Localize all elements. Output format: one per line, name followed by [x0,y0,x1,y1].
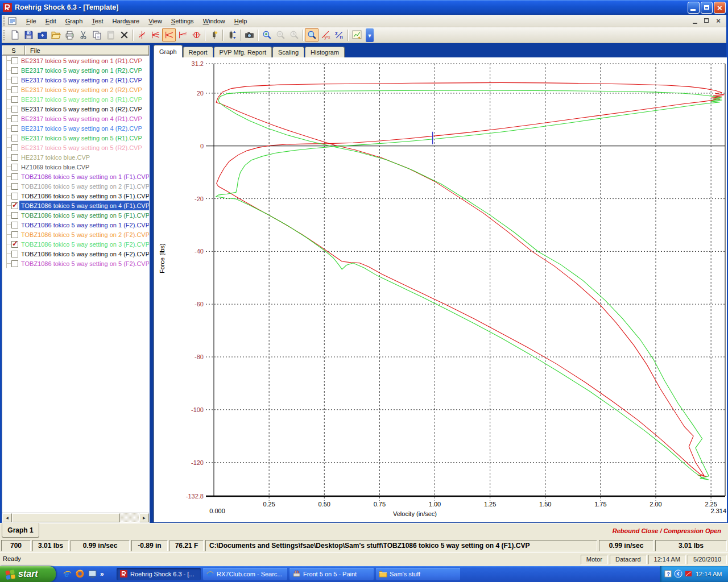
file-checkbox[interactable]: ✓ [11,202,18,209]
menu-edit[interactable]: Edit [41,16,61,26]
file-checkbox[interactable] [11,77,18,84]
file-list-item[interactable]: BE2317 tokico 5 way setting on 5 (R2).CV… [2,143,149,152]
file-checkbox[interactable] [11,173,18,180]
file-list-item[interactable]: BE2317 tokico 5 way setting on 4 (R1).CV… [2,114,149,123]
minimize-button[interactable] [688,2,700,14]
help-tray-icon[interactable]: ? [664,569,672,579]
camera-button[interactable] [242,28,256,41]
toolbar-grip-2[interactable] [3,30,6,40]
file-list-item[interactable]: TOBZ1086 tokico 5 way setting on 5 (F1).… [2,210,149,220]
new-document-button[interactable] [8,28,22,41]
file-checkbox[interactable] [11,135,18,142]
file-checkbox[interactable] [11,260,18,267]
scroll-left-button[interactable]: ◄ [2,513,12,522]
save-template-button[interactable] [35,28,49,41]
menu-settings[interactable]: Settings [167,16,198,26]
file-checkbox[interactable] [11,251,18,257]
menu-test[interactable]: Test [87,16,107,26]
file-list-item[interactable]: BE2317 tokico 5 way setting on 1 (R2).CV… [2,65,149,75]
y-equals-x-button[interactable]: y=x [318,28,332,41]
delete-button[interactable] [117,28,131,41]
file-list-item[interactable]: BE2317 tokico 5 way setting on 3 (R2).CV… [2,104,149,114]
file-checkbox[interactable] [11,96,18,103]
quick-launch-overflow[interactable]: » [100,570,104,578]
file-list-item[interactable]: TOBZ1086 tokico 5 way setting on 1 (F1).… [2,172,149,181]
file-list-item[interactable]: BE2317 tokico 5 way setting on 1 (R1).CV… [2,56,149,65]
file-checkbox[interactable] [11,106,18,113]
print-button[interactable] [63,28,76,41]
save-button[interactable] [22,28,35,41]
horizontal-scrollbar[interactable]: ◄ ► [2,513,149,522]
column-header-file[interactable]: File [25,45,149,55]
tab-scaling[interactable]: Scaling [272,47,304,57]
roehrig-tray-icon[interactable] [684,569,693,579]
file-checkbox[interactable] [11,193,18,199]
restore-button[interactable] [701,2,713,14]
file-list-item[interactable]: TOBZ1086 tokico 5 way setting on 4 (F2).… [2,249,149,259]
file-list-item[interactable]: BE2317 tokico 5 way setting on 4 (R2).CV… [2,123,149,133]
file-list-item[interactable]: BE2317 tokico 5 way setting on 5 (R1).CV… [2,133,149,143]
graph-export-button[interactable] [350,28,363,41]
sigma-n-button[interactable]: Σn [332,28,346,41]
toolbar-grip[interactable] [3,16,6,26]
menu-help[interactable]: Help [230,16,252,26]
file-checkbox[interactable] [11,57,18,64]
file-checkbox[interactable] [11,231,18,238]
file-list-item[interactable]: HE2317 tokico blue.CVP [2,152,149,162]
file-checkbox[interactable] [11,212,18,219]
chevron-left-tray-icon[interactable] [674,569,682,579]
column-header-s[interactable]: S [2,45,25,55]
curve-fan-button[interactable] [162,28,176,41]
file-checkbox[interactable]: ✓ [11,241,18,248]
taskbar-button-roehrig-shock-6-3-[interactable]: Roehrig Shock 6.3 - [... [117,568,201,580]
mdi-minimize-button[interactable] [691,17,700,25]
tab-pvp-mfg-report[interactable]: PVP Mfg. Report [214,47,272,57]
zoom-in-button[interactable] [260,28,274,41]
magnifier-button[interactable] [305,28,318,41]
taskbar-button-sam-s-stuff[interactable]: Sam's stuff [376,568,460,580]
title-bar[interactable]: Roehrig Shock 6.3 - [Template] × [0,0,728,15]
scrollbar-thumb[interactable] [12,513,120,522]
file-checkbox[interactable] [11,86,18,93]
taskbar-button-rx7club-com-searc-[interactable]: eRX7Club.com - Searc... [203,568,287,580]
scroll-right-button[interactable]: ► [139,513,149,522]
graph1-tab[interactable]: Graph 1 [2,523,39,538]
shock-adjust-button[interactable] [225,28,238,41]
menu-view[interactable]: View [144,16,167,26]
menu-window[interactable]: Window [198,16,230,26]
tab-report[interactable]: Report [183,47,213,57]
file-checkbox[interactable] [11,125,18,132]
file-list-item[interactable]: TOBZ1086 tokico 5 way setting on 2 (F2).… [2,230,149,239]
curve-fan-multi-button[interactable] [148,28,162,41]
menu-hardware[interactable]: Hardware [108,16,144,26]
taskbar-button-front-5-on-5-paint[interactable]: Front 5 on 5 - Paint [289,568,374,580]
mdi-close-button[interactable]: × [714,17,723,25]
curve-fan-single-button[interactable] [176,28,189,41]
file-checkbox[interactable] [11,115,18,122]
file-checkbox[interactable] [11,164,18,171]
mdi-restore-button[interactable] [702,17,712,25]
file-checkbox[interactable] [11,222,18,228]
file-checkbox[interactable] [11,67,18,74]
file-list-item[interactable]: TOBZ1086 tokico 5 way setting on 5 (F2).… [2,259,149,268]
file-list-item[interactable]: TOBZ1086 tokico 5 way setting on 2 (F1).… [2,181,149,191]
file-list-item[interactable]: HZ1069 tokico blue.CVP [2,162,149,172]
force-velocity-chart[interactable]: 31.2200-20-40-60-80-100-120-132.80.0000.… [154,57,727,522]
curve-circle-button[interactable] [189,28,203,41]
toolbar-overflow-chevron[interactable]: ▼ [366,28,374,42]
tab-histogram[interactable]: Histogram [305,47,345,57]
file-list-item[interactable]: ✓TOBZ1086 tokico 5 way setting on 4 (F1)… [2,201,149,210]
menu-file[interactable]: File [22,16,41,26]
file-checkbox[interactable] [11,144,18,151]
start-button[interactable]: start [0,566,56,582]
file-list-item[interactable]: BE2317 tokico 5 way setting on 2 (R2).CV… [2,85,149,94]
shock-test-button[interactable] [207,28,221,41]
copy-button[interactable] [90,28,104,41]
file-checkbox[interactable] [11,154,18,161]
file-list-item[interactable]: BE2317 tokico 5 way setting on 3 (R1).CV… [2,94,149,104]
menu-graph[interactable]: Graph [61,16,88,26]
file-list-item[interactable]: ✓TOBZ1086 tokico 5 way setting on 3 (F2)… [2,239,149,249]
curve-crosshair-button[interactable] [135,28,148,41]
tab-graph[interactable]: Graph [154,45,183,57]
file-list-item[interactable]: TOBZ1086 tokico 5 way setting on 3 (F1).… [2,191,149,201]
